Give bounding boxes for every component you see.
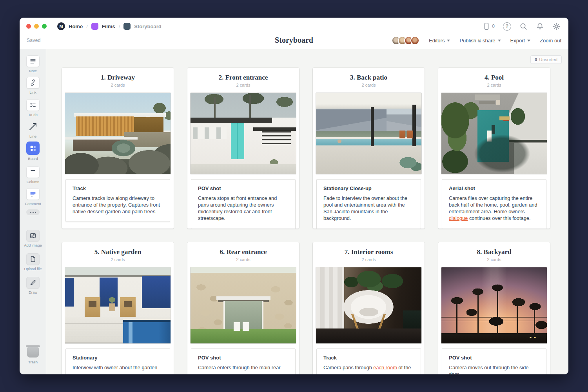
tool-more[interactable]: [20, 209, 46, 215]
zoom-out-button[interactable]: Zoom out: [540, 38, 561, 44]
tool-line[interactable]: Line: [20, 121, 46, 138]
board-column-rear-entrance[interactable]: 6. Rear entrance 2 cards POV shot Camera…: [187, 242, 299, 374]
shot-note-card[interactable]: POV shot Camera moves out through the si…: [442, 348, 546, 374]
titlebar-row-bottom: Saved Storyboard Editors Publish & shar: [20, 35, 568, 49]
column-title[interactable]: 2. Front entrance: [187, 74, 299, 82]
description-text: of the: [397, 365, 411, 370]
minimize-window-button[interactable]: [34, 24, 39, 29]
unsorted-count: 0: [535, 57, 537, 62]
chevron-down-icon: [447, 40, 450, 42]
description-text: continues over this footage.: [468, 215, 530, 221]
tool-label: Note: [29, 69, 37, 73]
shot-image-backyard[interactable]: [441, 267, 547, 344]
shot-image-interior-rooms[interactable]: [316, 267, 422, 344]
publish-share-menu-button[interactable]: Publish & share: [459, 38, 501, 44]
board-column-front-entrance[interactable]: 2. Front entrance 2 cards POV shot Camer…: [187, 68, 299, 229]
board-column-native-garden[interactable]: 5. Native garden 2 cards Stationary Inte…: [62, 242, 174, 374]
column-title[interactable]: 6. Rear entrance: [187, 248, 299, 256]
column-card-count: 2 cards: [438, 83, 550, 87]
board-column-backyard[interactable]: 8. Backyard 2 cards POV shot Camera move…: [438, 242, 550, 374]
column-card-count: 2 cards: [62, 257, 174, 262]
tool-add-image[interactable]: Add image: [20, 230, 46, 247]
shot-image-rear-entrance[interactable]: [190, 267, 296, 344]
inline-link[interactable]: dialogue: [449, 215, 468, 221]
publish-share-label: Publish & share: [459, 38, 495, 44]
description-text: Camera enters through the main rear: [198, 365, 281, 370]
column-title[interactable]: 5. Native garden: [62, 248, 174, 256]
shot-note-card[interactable]: Track Camera pans through each room of t…: [316, 348, 421, 374]
description-text: Fade to interview the owner about the po…: [323, 195, 407, 221]
more-icon: [26, 209, 40, 215]
column-title[interactable]: 8. Backyard: [438, 248, 550, 256]
description-text: Interview with owner about the garden: [73, 365, 157, 370]
shot-type: Aerial shot: [449, 185, 539, 191]
shot-type: Stationary: [73, 355, 163, 361]
tool-label: Comment: [25, 201, 41, 206]
inline-link[interactable]: each room: [373, 365, 397, 370]
tool-draw[interactable]: Draw: [20, 277, 46, 294]
notifications-bell-icon[interactable]: [536, 22, 544, 31]
zoom-window-button[interactable]: [42, 24, 47, 29]
storyboard-board-icon[interactable]: [123, 23, 131, 30]
shot-image-driveway[interactable]: [65, 93, 171, 174]
search-icon[interactable]: [519, 22, 528, 31]
shot-image-front-entrance[interactable]: [190, 93, 296, 174]
tool-label: To-do: [28, 113, 38, 117]
editors-label: Editors: [429, 38, 445, 44]
shot-note-card[interactable]: Aerial shot Camera flies over capturing …: [442, 179, 546, 229]
column-title[interactable]: 4. Pool: [438, 74, 550, 82]
mobile-devices-button[interactable]: 0: [483, 22, 495, 30]
shot-description: Camera flies over capturing the entire b…: [449, 195, 539, 222]
shot-note-card[interactable]: POV shot Camera enters through the main …: [191, 348, 296, 374]
breadcrumb-storyboard[interactable]: Storyboard: [134, 24, 161, 29]
titlebar-icons: 0 ?: [483, 22, 561, 31]
editor-avatars[interactable]: [392, 36, 419, 45]
export-label: Export: [510, 38, 525, 44]
column-title[interactable]: 3. Back patio: [313, 74, 425, 82]
board-column-driveway[interactable]: 1. Driveway 2 cards Track Camera tracks …: [62, 68, 174, 229]
board-canvas[interactable]: 0 Unsorted 1. Driveway 2 cards Track Cam…: [46, 49, 568, 374]
settings-gear-icon[interactable]: [552, 22, 561, 31]
board-column-interior-rooms[interactable]: 7. Interior rooms 2 cards Track Camera p…: [313, 242, 425, 374]
milanote-logo-icon[interactable]: M: [57, 22, 65, 30]
breadcrumb-films[interactable]: Films: [102, 24, 115, 29]
close-window-button[interactable]: [26, 24, 31, 29]
chevron-down-icon: [527, 40, 530, 42]
editors-menu-button[interactable]: Editors: [429, 38, 450, 44]
shot-note-card[interactable]: Stationary Interview with owner about th…: [65, 348, 170, 374]
tool-column[interactable]: Column: [20, 166, 46, 184]
breadcrumb-separator: /: [86, 24, 88, 29]
help-icon[interactable]: ?: [503, 22, 511, 31]
breadcrumb-separator: /: [119, 24, 120, 29]
unsorted-badge[interactable]: 0 Unsorted: [530, 55, 562, 64]
tool-todo[interactable]: To-do: [20, 99, 46, 117]
shot-note-card[interactable]: Track Camera tracks low along driveway t…: [65, 179, 170, 222]
export-menu-button[interactable]: Export: [510, 38, 531, 44]
tool-trash[interactable]: Trash: [20, 347, 46, 364]
shot-note-card[interactable]: POV shot Camera stops at front entrance …: [191, 179, 296, 229]
tool-comment[interactable]: Comment: [20, 188, 46, 206]
shot-image-pool[interactable]: [441, 93, 547, 174]
tool-sidebar: Note Link To-do Line: [20, 49, 46, 374]
column-title[interactable]: 7. Interior rooms: [313, 248, 425, 256]
shot-image-native-garden[interactable]: [65, 267, 171, 344]
breadcrumb-home[interactable]: Home: [69, 24, 83, 29]
films-board-icon[interactable]: [91, 23, 98, 30]
tool-board-selected[interactable]: Board: [20, 142, 46, 161]
app-window: M Home / Films / Storyboard 0: [20, 18, 568, 374]
board-row: 1. Driveway 2 cards Track Camera tracks …: [62, 68, 550, 229]
upload-file-icon: [26, 253, 40, 265]
shot-note-card[interactable]: Stationary Close-up Fade to interview th…: [316, 179, 421, 229]
tool-note[interactable]: Note: [20, 55, 46, 73]
tool-link[interactable]: Link: [20, 77, 46, 94]
shot-description: Camera enters through the main rear: [198, 364, 289, 371]
avatar[interactable]: [410, 36, 419, 45]
tool-label: Upload file: [24, 267, 42, 271]
shot-image-back-patio[interactable]: [316, 93, 422, 174]
column-title[interactable]: 1. Driveway: [62, 74, 174, 82]
unsorted-label: Unsorted: [539, 57, 557, 62]
board-column-pool[interactable]: 4. Pool 2 cards Aerial shot Camera flies…: [438, 68, 550, 229]
board-column-back-patio[interactable]: 3. Back patio 2 cards Stationary Close-u…: [313, 68, 425, 229]
shot-type: Track: [73, 185, 163, 191]
tool-upload-file[interactable]: Upload file: [20, 253, 46, 271]
